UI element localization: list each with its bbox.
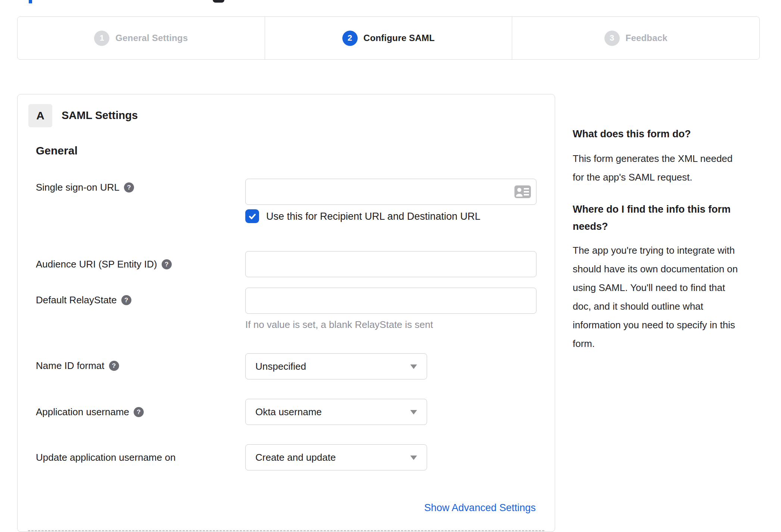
audience-uri-input[interactable] [245,251,536,277]
audience-uri-help-icon[interactable]: ? [162,259,172,269]
sidebar-question-1: What does this form do? [573,125,761,143]
step-3-label: Feedback [626,33,668,43]
show-advanced-settings-link[interactable]: Show Advanced Settings [424,502,536,514]
sso-url-label: Single sign-on URL [36,182,119,193]
step-3-circle: 3 [604,31,620,46]
sidebar-answer-2: The app you're trying to integrate with … [573,241,761,353]
relaystate-label: Default RelayState [36,294,117,306]
recipient-url-checkbox-label[interactable]: Use this for Recipient URL and Destinati… [266,211,480,222]
step-feedback[interactable]: 3 Feedback [512,17,759,59]
step-2-label: Configure SAML [364,33,435,43]
sidebar-question-2: Where do I find the info this form needs… [573,201,761,235]
wizard-stepper: 1 General Settings 2 Configure SAML 3 Fe… [17,16,760,60]
general-section-heading: General [36,144,78,157]
app-username-label-row: Application username ? [36,406,144,418]
name-id-format-select[interactable]: Unspecified [245,353,427,379]
cutoff-blue-icon [29,0,32,3]
relaystate-help-icon[interactable]: ? [121,295,131,305]
step-configure-saml[interactable]: 2 Configure SAML [265,17,513,59]
sidebar-answer-1: This form generates the XML needed for t… [573,149,761,187]
contact-card-icon[interactable] [514,185,531,198]
step-1-circle: 1 [94,31,109,46]
panel-title: SAML Settings [62,109,138,122]
step-1-label: General Settings [115,33,188,43]
chevron-down-icon [410,410,417,414]
sso-url-input[interactable] [245,179,536,205]
app-username-help-icon[interactable]: ? [134,407,144,417]
app-username-select[interactable]: Okta username [245,399,427,425]
name-id-format-label-row: Name ID format ? [36,360,119,372]
sso-url-help-icon[interactable]: ? [124,182,134,193]
relaystate-hint: If no value is set, a blank RelayState i… [245,319,433,331]
help-sidebar: What does this form do? This form genera… [573,125,761,353]
recipient-url-checkbox[interactable] [245,209,259,223]
sso-url-label-row: Single sign-on URL ? [36,182,134,193]
step-general-settings[interactable]: 1 General Settings [18,17,265,59]
audience-uri-label: Audience URI (SP Entity ID) [36,259,157,270]
step-2-circle: 2 [342,31,358,46]
app-username-label: Application username [36,406,129,418]
relaystate-input[interactable] [245,288,536,314]
cutoff-dark-icon [213,0,224,3]
dashed-section-divider [28,530,544,531]
app-username-selected-value: Okta username [255,406,322,418]
update-username-label-row: Update application username on [36,452,175,463]
update-username-label: Update application username on [36,452,175,463]
name-id-format-help-icon[interactable]: ? [109,361,119,371]
audience-uri-label-row: Audience URI (SP Entity ID) ? [36,259,172,270]
chevron-down-icon [410,456,417,460]
update-username-select[interactable]: Create and update [245,444,427,470]
saml-settings-panel: A SAML Settings General Single sign-on U… [17,94,555,532]
relaystate-label-row: Default RelayState ? [36,294,131,306]
name-id-format-label: Name ID format [36,360,105,372]
chevron-down-icon [410,364,417,369]
name-id-format-selected-value: Unspecified [255,361,306,372]
section-a-badge: A [28,104,52,127]
checkmark-icon [248,212,257,221]
update-username-selected-value: Create and update [255,452,336,463]
